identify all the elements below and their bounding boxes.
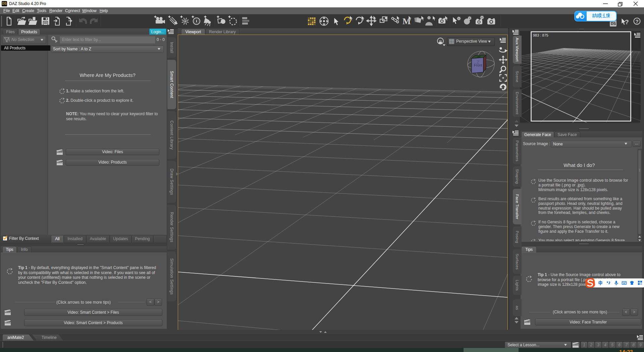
svg-text:?: ? (625, 18, 629, 26)
svg-text:DS: DS (611, 21, 616, 26)
svg-text:?: ? (636, 18, 639, 24)
svg-text:Front: Front (474, 63, 482, 67)
svg-text:m: m (439, 39, 442, 43)
